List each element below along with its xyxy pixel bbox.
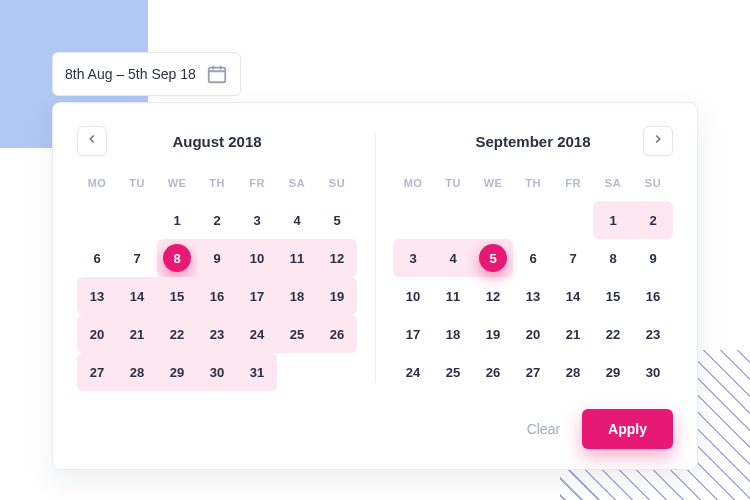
day-cell[interactable]: 18	[433, 315, 473, 353]
weekday-label: MO	[393, 171, 433, 201]
day-empty	[317, 353, 357, 391]
weekday-label: SU	[317, 171, 357, 201]
day-cell[interactable]: 17	[237, 277, 277, 315]
clear-button[interactable]: Clear	[527, 421, 560, 437]
day-cell[interactable]: 9	[197, 239, 237, 277]
day-selected-bubble: 8	[163, 244, 191, 272]
day-empty	[553, 201, 593, 239]
day-cell[interactable]: 31	[237, 353, 277, 391]
day-cell[interactable]: 30	[197, 353, 237, 391]
day-cell[interactable]: 4	[277, 201, 317, 239]
weekday-label: SA	[277, 171, 317, 201]
month-right-header: September 2018	[393, 125, 673, 157]
weekday-label: WE	[157, 171, 197, 201]
day-cell[interactable]: 9	[633, 239, 673, 277]
calendar-icon	[206, 63, 228, 85]
chevron-right-icon	[651, 132, 665, 150]
weekday-label: TH	[513, 171, 553, 201]
day-cell[interactable]: 6	[513, 239, 553, 277]
day-cell[interactable]: 6	[77, 239, 117, 277]
day-endpoint[interactable]: 8	[157, 239, 197, 277]
day-cell[interactable]: 28	[117, 353, 157, 391]
chevron-left-icon	[85, 132, 99, 150]
day-empty	[77, 201, 117, 239]
day-cell[interactable]: 4	[433, 239, 473, 277]
day-cell[interactable]: 18	[277, 277, 317, 315]
day-cell[interactable]: 16	[633, 277, 673, 315]
day-cell[interactable]: 2	[633, 201, 673, 239]
day-cell[interactable]: 15	[157, 277, 197, 315]
day-cell[interactable]: 8	[593, 239, 633, 277]
day-cell[interactable]: 19	[473, 315, 513, 353]
day-cell[interactable]: 13	[513, 277, 553, 315]
month-left: August 2018 MOTUWETHFRSASU12345678910111…	[77, 125, 375, 391]
day-cell[interactable]: 26	[317, 315, 357, 353]
day-cell[interactable]: 29	[593, 353, 633, 391]
weekday-label: SU	[633, 171, 673, 201]
day-cell[interactable]: 20	[513, 315, 553, 353]
day-cell[interactable]: 17	[393, 315, 433, 353]
day-cell[interactable]: 12	[473, 277, 513, 315]
day-empty	[513, 201, 553, 239]
date-range-input[interactable]: 8th Aug – 5th Sep 18	[52, 52, 241, 96]
day-empty	[117, 201, 157, 239]
weekday-label: FR	[237, 171, 277, 201]
weekday-label: MO	[77, 171, 117, 201]
day-cell[interactable]: 7	[117, 239, 157, 277]
month-left-title: August 2018	[172, 133, 261, 150]
day-cell[interactable]: 1	[593, 201, 633, 239]
day-cell[interactable]: 10	[237, 239, 277, 277]
day-cell[interactable]: 24	[237, 315, 277, 353]
day-cell[interactable]: 2	[197, 201, 237, 239]
day-cell[interactable]: 16	[197, 277, 237, 315]
weekday-label: TH	[197, 171, 237, 201]
day-cell[interactable]: 3	[393, 239, 433, 277]
svg-rect-0	[209, 68, 226, 83]
day-endpoint[interactable]: 5	[473, 239, 513, 277]
next-month-button[interactable]	[643, 126, 673, 156]
day-cell[interactable]: 7	[553, 239, 593, 277]
day-cell[interactable]: 20	[77, 315, 117, 353]
day-cell[interactable]: 3	[237, 201, 277, 239]
apply-button[interactable]: Apply	[582, 409, 673, 449]
day-cell[interactable]: 25	[433, 353, 473, 391]
date-range-panel: August 2018 MOTUWETHFRSASU12345678910111…	[52, 102, 698, 470]
day-cell[interactable]: 23	[633, 315, 673, 353]
panel-actions: Clear Apply	[77, 409, 673, 449]
date-range-value: 8th Aug – 5th Sep 18	[65, 66, 196, 82]
day-cell[interactable]: 14	[117, 277, 157, 315]
day-cell[interactable]: 19	[317, 277, 357, 315]
day-cell[interactable]: 11	[433, 277, 473, 315]
day-cell[interactable]: 21	[117, 315, 157, 353]
month-left-header: August 2018	[77, 125, 357, 157]
day-cell[interactable]: 29	[157, 353, 197, 391]
day-empty	[473, 201, 513, 239]
day-cell[interactable]: 22	[593, 315, 633, 353]
prev-month-button[interactable]	[77, 126, 107, 156]
day-cell[interactable]: 27	[513, 353, 553, 391]
day-empty	[433, 201, 473, 239]
month-right-title: September 2018	[475, 133, 590, 150]
day-cell[interactable]: 28	[553, 353, 593, 391]
day-cell[interactable]: 14	[553, 277, 593, 315]
day-cell[interactable]: 26	[473, 353, 513, 391]
day-cell[interactable]: 27	[77, 353, 117, 391]
day-cell[interactable]: 15	[593, 277, 633, 315]
day-cell[interactable]: 21	[553, 315, 593, 353]
day-cell[interactable]: 22	[157, 315, 197, 353]
day-empty	[277, 353, 317, 391]
day-cell[interactable]: 12	[317, 239, 357, 277]
weekday-label: TU	[117, 171, 157, 201]
day-cell[interactable]: 5	[317, 201, 357, 239]
day-empty	[393, 201, 433, 239]
day-cell[interactable]: 13	[77, 277, 117, 315]
day-cell[interactable]: 30	[633, 353, 673, 391]
weekday-label: FR	[553, 171, 593, 201]
day-cell[interactable]: 11	[277, 239, 317, 277]
month-right: September 2018 MOTUWETHFRSASU12345678910…	[375, 125, 673, 391]
day-cell[interactable]: 23	[197, 315, 237, 353]
day-cell[interactable]: 1	[157, 201, 197, 239]
day-cell[interactable]: 24	[393, 353, 433, 391]
day-cell[interactable]: 25	[277, 315, 317, 353]
day-cell[interactable]: 10	[393, 277, 433, 315]
